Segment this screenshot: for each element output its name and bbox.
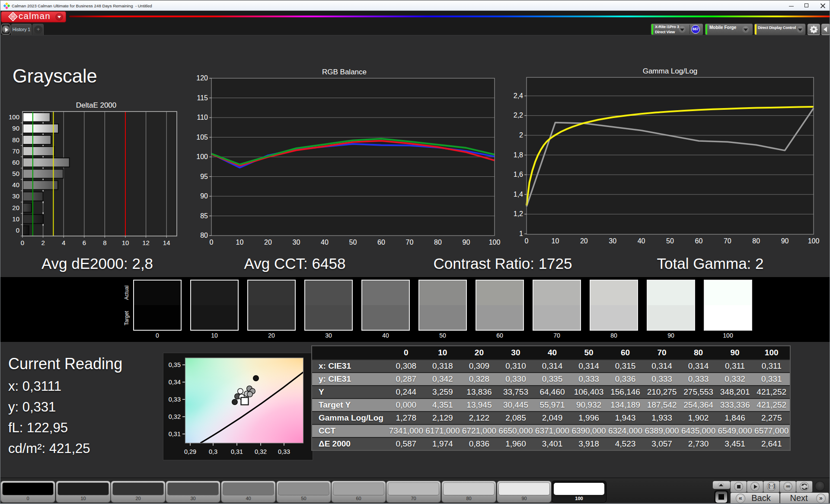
- svg-text:0,34: 0,34: [169, 379, 181, 386]
- svg-text:1,6: 1,6: [514, 171, 523, 178]
- svg-text:RGB Balance: RGB Balance: [322, 68, 367, 76]
- svg-text:80: 80: [12, 136, 19, 144]
- svg-text:20: 20: [264, 239, 272, 246]
- svg-text:0: 0: [21, 239, 24, 246]
- svg-text:10: 10: [552, 237, 559, 245]
- svg-text:100: 100: [489, 239, 501, 246]
- svg-text:1,8: 1,8: [514, 151, 523, 159]
- svg-text:DeltaE 2000: DeltaE 2000: [76, 101, 117, 109]
- svg-text:8: 8: [103, 239, 106, 246]
- svg-text:105: 105: [196, 134, 208, 141]
- svg-text:90: 90: [12, 124, 19, 132]
- svg-text:0: 0: [16, 226, 19, 234]
- svg-text:Gamma Log/Log: Gamma Log/Log: [643, 67, 698, 75]
- svg-text:2: 2: [41, 239, 45, 246]
- svg-text:40: 40: [321, 239, 329, 246]
- svg-text:0: 0: [525, 237, 529, 245]
- svg-text:80: 80: [434, 239, 442, 246]
- svg-text:50: 50: [349, 239, 357, 246]
- svg-text:90: 90: [200, 192, 208, 200]
- svg-text:0,33: 0,33: [169, 396, 181, 403]
- svg-text:2,4: 2,4: [514, 92, 523, 99]
- svg-text:4: 4: [62, 239, 65, 246]
- svg-text:20: 20: [12, 204, 19, 211]
- svg-text:10: 10: [12, 215, 19, 223]
- svg-text:0,29: 0,29: [184, 448, 196, 455]
- svg-text:60: 60: [12, 159, 19, 166]
- svg-text:1,2: 1,2: [514, 210, 523, 217]
- svg-text:30: 30: [12, 192, 19, 200]
- svg-text:20: 20: [580, 237, 588, 245]
- svg-text:60: 60: [695, 237, 703, 245]
- svg-text:70: 70: [724, 237, 731, 245]
- svg-text:120: 120: [196, 74, 208, 82]
- svg-text:70: 70: [12, 147, 19, 155]
- svg-text:40: 40: [12, 181, 19, 188]
- svg-text:100: 100: [196, 153, 208, 160]
- svg-text:12: 12: [142, 239, 150, 246]
- svg-text:10: 10: [122, 239, 129, 246]
- svg-text:80: 80: [200, 232, 208, 239]
- svg-text:0,3: 0,3: [209, 448, 217, 455]
- svg-text:30: 30: [609, 237, 616, 245]
- svg-text:60: 60: [377, 239, 385, 246]
- svg-text:110: 110: [197, 114, 208, 121]
- svg-text:50: 50: [666, 237, 674, 245]
- svg-text:40: 40: [638, 237, 645, 245]
- svg-text:0,32: 0,32: [169, 413, 181, 420]
- svg-text:0,31: 0,31: [231, 448, 243, 455]
- svg-text:2,2: 2,2: [514, 112, 523, 119]
- svg-text:2: 2: [519, 131, 523, 139]
- svg-text:100: 100: [808, 237, 820, 245]
- svg-text:80: 80: [752, 237, 760, 245]
- svg-text:0,35: 0,35: [169, 361, 181, 368]
- svg-text:90: 90: [781, 237, 789, 245]
- svg-text:50: 50: [12, 170, 19, 177]
- svg-text:85: 85: [200, 212, 208, 220]
- svg-text:100: 100: [9, 113, 19, 121]
- svg-text:115: 115: [197, 94, 208, 102]
- svg-text:0,32: 0,32: [255, 448, 267, 455]
- svg-text:95: 95: [200, 173, 208, 180]
- svg-text:90: 90: [463, 239, 470, 246]
- svg-text:14: 14: [163, 239, 170, 246]
- svg-text:1: 1: [519, 230, 523, 237]
- svg-text:70: 70: [406, 239, 414, 246]
- svg-text:0: 0: [210, 239, 214, 246]
- svg-text:0,31: 0,31: [169, 431, 181, 437]
- svg-text:6: 6: [83, 239, 86, 246]
- svg-text:30: 30: [293, 239, 300, 246]
- svg-text:1,4: 1,4: [514, 191, 523, 198]
- svg-text:0,33: 0,33: [278, 448, 290, 455]
- svg-text:10: 10: [236, 239, 244, 246]
